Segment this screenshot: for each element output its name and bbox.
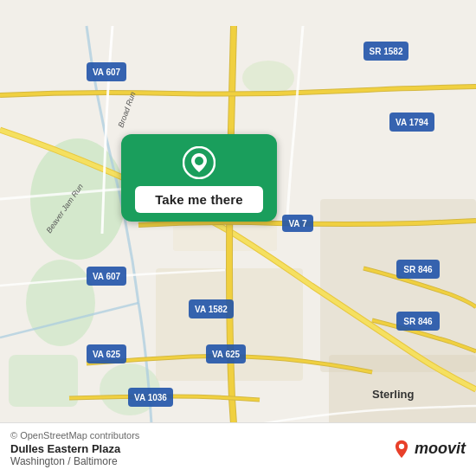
bottom-bar: © OpenStreetMap contributors Dulles East… xyxy=(0,422,476,476)
svg-text:VA 625: VA 625 xyxy=(212,350,241,359)
svg-point-37 xyxy=(399,443,404,448)
location-city: Washington / Baltimore xyxy=(10,455,139,467)
map-container: VA 607 SR 1582 VA 1794 VA 7 VA 607 VA 15… xyxy=(0,0,476,476)
location-name: Dulles Eastern Plaza xyxy=(10,442,139,455)
moovit-pin-icon xyxy=(392,440,411,459)
svg-rect-3 xyxy=(9,355,78,407)
take-me-there-button[interactable]: Take me there xyxy=(135,186,263,213)
svg-point-36 xyxy=(195,157,203,165)
map-svg: VA 607 SR 1582 VA 1794 VA 7 VA 607 VA 15… xyxy=(0,0,476,476)
svg-text:SR 1582: SR 1582 xyxy=(370,47,403,56)
svg-text:VA 607: VA 607 xyxy=(93,68,121,77)
button-overlay: Take me there xyxy=(121,134,277,222)
bottom-left-info: © OpenStreetMap contributors Dulles East… xyxy=(10,430,139,467)
cta-box: Take me there xyxy=(121,134,277,222)
svg-text:VA 1794: VA 1794 xyxy=(396,118,428,127)
svg-text:VA 607: VA 607 xyxy=(93,272,121,281)
svg-text:VA 7: VA 7 xyxy=(288,219,307,228)
svg-text:VA 625: VA 625 xyxy=(93,350,121,359)
svg-text:Broad Run: Broad Run xyxy=(116,91,137,129)
svg-text:SR 846: SR 846 xyxy=(403,317,433,326)
moovit-logo: moovit xyxy=(392,440,466,459)
svg-point-1 xyxy=(26,260,95,346)
svg-text:Sterling: Sterling xyxy=(372,388,414,401)
osm-credit: © OpenStreetMap contributors xyxy=(10,430,139,441)
svg-text:VA 1582: VA 1582 xyxy=(195,305,228,314)
svg-text:SR 846: SR 846 xyxy=(403,265,433,274)
svg-text:VA 1036: VA 1036 xyxy=(134,393,167,402)
svg-point-4 xyxy=(242,61,294,95)
moovit-label: moovit xyxy=(415,440,466,458)
location-pin-icon xyxy=(183,146,215,179)
